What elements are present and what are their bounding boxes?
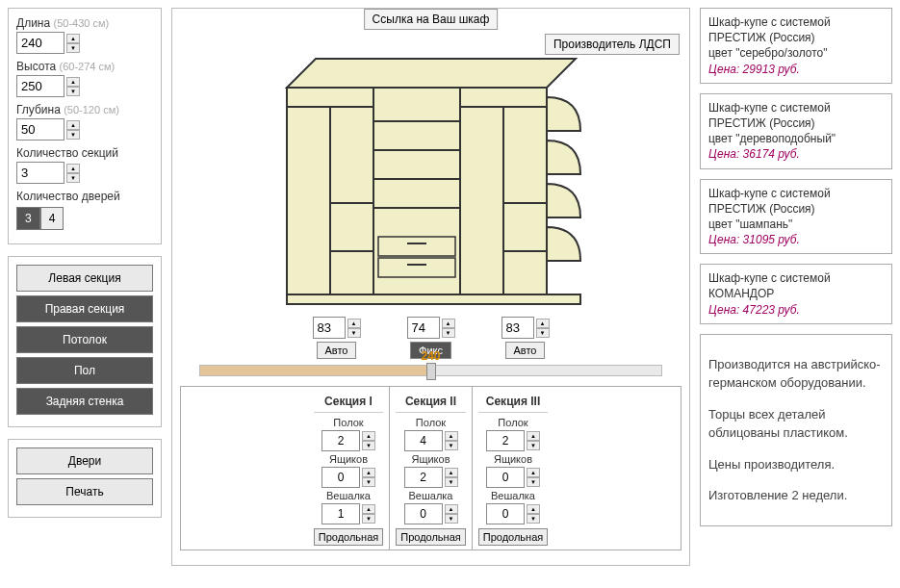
sec3-shelves-label: Полок <box>478 417 549 428</box>
height-down[interactable]: ▼ <box>66 87 80 96</box>
sec3-down[interactable]: ▼ <box>536 328 550 338</box>
height-input[interactable] <box>16 75 64 97</box>
sec2-up[interactable]: ▲ <box>442 319 455 328</box>
note-2: Торцы всех деталей облицованы пластиком. <box>708 405 884 443</box>
sec2-head: Секция II <box>396 391 466 413</box>
share-link-button[interactable]: Ссылка на Ваш шкаф <box>364 9 499 30</box>
sections-down[interactable]: ▼ <box>66 173 80 183</box>
sec2-drawers-up[interactable]: ▲ <box>445 468 458 477</box>
sec1-drawers-down[interactable]: ▼ <box>362 477 375 487</box>
sec1-width: ▲▼ Авто <box>313 315 361 359</box>
p2-l1: Шкаф-купе с системой <box>708 100 884 115</box>
sec2-drawers-down[interactable]: ▼ <box>445 477 458 487</box>
sec1-down[interactable]: ▼ <box>347 328 361 338</box>
sec1-shelves-up[interactable]: ▲ <box>362 431 375 441</box>
preview-panel: Ссылка на Ваш шкаф Производитель ЛДСП <box>171 8 690 566</box>
depth-field: Глубина (50-120 см) ▲▼ <box>16 103 153 141</box>
sec1-drawers-input[interactable] <box>321 467 360 488</box>
left-section-button[interactable]: Левая секция <box>16 265 153 292</box>
sec2-hanger-down[interactable]: ▼ <box>445 514 458 524</box>
sec3-drawers-up[interactable]: ▲ <box>527 468 540 477</box>
length-input[interactable] <box>16 32 64 54</box>
p4-l2: КОМАНДОР <box>708 286 884 301</box>
sec2-shelves-input[interactable] <box>404 430 443 451</box>
sec2-shelves-down[interactable]: ▼ <box>445 441 458 450</box>
sec3-drawers-label: Ящиков <box>478 453 549 465</box>
sec1-hanger-input[interactable] <box>321 503 360 524</box>
sec1-hanger-down[interactable]: ▼ <box>362 514 375 524</box>
sec1-shelves-down[interactable]: ▼ <box>362 441 375 450</box>
cabinet-illustration <box>180 30 681 309</box>
p3-l3: цвет "шампань" <box>708 217 884 232</box>
svg-rect-12 <box>378 237 455 256</box>
sec1-mode-button[interactable]: Авто <box>317 342 357 359</box>
depth-input[interactable] <box>16 118 64 141</box>
length-field: Длина (50-430 см) ▲▼ <box>16 16 153 54</box>
sections-label: Количество секций <box>16 146 118 160</box>
sec1-up[interactable]: ▲ <box>347 319 361 328</box>
sec2-shelves-up[interactable]: ▲ <box>445 431 458 441</box>
length-up[interactable]: ▲ <box>66 34 80 43</box>
p1-l1: Шкаф-купе с системой <box>708 14 884 30</box>
length-label: Длина <box>16 16 50 30</box>
doors-button[interactable]: Двери <box>16 447 153 474</box>
sec1-long-button[interactable]: Продольная <box>314 528 384 546</box>
sec3-up[interactable]: ▲ <box>536 319 550 328</box>
app-root: Длина (50-430 см) ▲▼ Высота (60-274 см) … <box>8 8 892 566</box>
sec2-width-input[interactable] <box>407 317 440 339</box>
p4-price: Цена: 47223 руб. <box>708 302 884 318</box>
sections-input[interactable] <box>16 162 64 184</box>
p3-price: Цена: 31095 руб. <box>708 232 884 247</box>
doors-opt-4[interactable]: 4 <box>40 207 64 230</box>
length-down[interactable]: ▼ <box>66 43 80 53</box>
sec3-width-input[interactable] <box>501 317 534 339</box>
sec2-hanger-label: Вешалка <box>396 490 466 501</box>
sec1-hanger-up[interactable]: ▲ <box>362 504 375 514</box>
p4-l1: Шкаф-купе с системой <box>708 270 884 286</box>
depth-up[interactable]: ▲ <box>66 120 80 130</box>
sec3-drawers-down[interactable]: ▼ <box>527 477 540 487</box>
sections-up[interactable]: ▲ <box>66 164 80 173</box>
p2-price: Цена: 36174 руб. <box>708 146 884 162</box>
note-1: Производится на австрийско-германском об… <box>708 355 884 393</box>
sec1-shelves-label: Полок <box>314 417 384 428</box>
floor-button[interactable]: Пол <box>16 357 153 384</box>
right-column: Шкаф-купе с системой ПРЕСТИЖ (Россия) цв… <box>700 8 892 526</box>
manufacturer-button[interactable]: Производитель ЛДСП <box>545 34 680 55</box>
depth-down[interactable]: ▼ <box>66 130 80 140</box>
sec2-down[interactable]: ▼ <box>442 328 455 338</box>
slider-knob[interactable] <box>426 363 436 380</box>
sec3-head: Секция III <box>478 391 549 413</box>
slider-track[interactable] <box>199 365 662 376</box>
sec1-width-input[interactable] <box>313 317 346 339</box>
sec3-mode-button[interactable]: Авто <box>505 342 546 359</box>
sec1-drawers-up[interactable]: ▲ <box>362 468 375 477</box>
sec3-long-button[interactable]: Продольная <box>478 528 549 546</box>
sec1-shelves-input[interactable] <box>321 430 360 451</box>
ceiling-button[interactable]: Потолок <box>16 326 153 353</box>
sec3-shelves-down[interactable]: ▼ <box>527 441 540 450</box>
sec2-hanger-up[interactable]: ▲ <box>445 504 458 514</box>
slider-value: 240 <box>421 349 440 363</box>
doors-opt-3[interactable]: 3 <box>16 207 40 230</box>
sec2-hanger-input[interactable] <box>404 503 443 524</box>
back-wall-button[interactable]: Задняя стенка <box>16 388 153 415</box>
height-up[interactable]: ▲ <box>66 77 80 87</box>
sec2-drawers-input[interactable] <box>404 467 443 488</box>
sec3-hanger-input[interactable] <box>486 503 525 524</box>
p2-l2: ПРЕСТИЖ (Россия) <box>708 115 884 131</box>
height-label: Высота <box>16 60 56 73</box>
manufacturer: Производитель ЛДСП <box>545 34 680 55</box>
sec3-shelves-input[interactable] <box>486 430 525 451</box>
sec2-long-button[interactable]: Продольная <box>396 528 466 546</box>
cabinet-svg <box>268 30 595 309</box>
sections-field: Количество секций ▲▼ <box>16 146 153 184</box>
dimensions-panel: Длина (50-430 см) ▲▼ Высота (60-274 см) … <box>8 8 162 244</box>
sec3-hanger-down[interactable]: ▼ <box>527 514 540 524</box>
sec3-shelves-up[interactable]: ▲ <box>527 431 540 441</box>
right-section-button[interactable]: Правая секция <box>16 295 153 322</box>
sec3-drawers-input[interactable] <box>486 467 525 488</box>
sec3-hanger-up[interactable]: ▲ <box>527 504 540 514</box>
length-hint: (50-430 см) <box>53 17 109 29</box>
print-button[interactable]: Печать <box>16 478 153 505</box>
